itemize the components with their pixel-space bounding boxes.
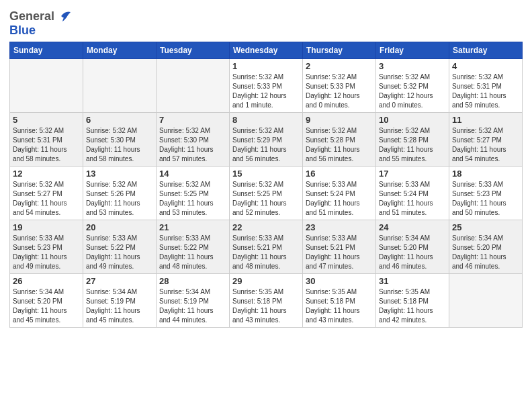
day-number: 25 [452,222,519,232]
weekday-thursday: Thursday [303,42,376,59]
day-number: 4 [452,61,519,71]
day-info: Sunrise: 5:32 AM Sunset: 5:27 PM Dayligh… [13,180,80,218]
day-number: 1 [232,61,300,71]
calendar-cell: 28Sunrise: 5:34 AM Sunset: 5:19 PM Dayli… [157,274,230,328]
day-number: 10 [379,115,446,125]
calendar-cell: 12Sunrise: 5:32 AM Sunset: 5:27 PM Dayli… [10,167,83,220]
day-number: 23 [306,222,373,232]
calendar-cell [83,59,157,113]
calendar-cell: 8Sunrise: 5:32 AM Sunset: 5:29 PM Daylig… [230,113,303,167]
day-info: Sunrise: 5:33 AM Sunset: 5:22 PM Dayligh… [86,234,153,271]
calendar-cell: 9Sunrise: 5:32 AM Sunset: 5:28 PM Daylig… [303,113,376,167]
calendar-cell: 29Sunrise: 5:35 AM Sunset: 5:18 PM Dayli… [230,274,303,328]
day-info: Sunrise: 5:34 AM Sunset: 5:20 PM Dayligh… [13,287,80,325]
day-number: 7 [159,115,226,125]
day-info: Sunrise: 5:33 AM Sunset: 5:21 PM Dayligh… [306,234,373,271]
logo: General Blue [9,9,71,38]
logo-blue-text: Blue [9,24,36,38]
day-info: Sunrise: 5:33 AM Sunset: 5:24 PM Dayligh… [306,180,373,218]
calendar-cell: 7Sunrise: 5:32 AM Sunset: 5:30 PM Daylig… [157,113,230,167]
calendar-cell: 16Sunrise: 5:33 AM Sunset: 5:24 PM Dayli… [303,167,376,220]
calendar-cell: 10Sunrise: 5:32 AM Sunset: 5:28 PM Dayli… [376,113,449,167]
day-info: Sunrise: 5:32 AM Sunset: 5:31 PM Dayligh… [452,73,519,110]
calendar-week-3: 12Sunrise: 5:32 AM Sunset: 5:27 PM Dayli… [10,167,523,220]
day-number: 22 [232,222,300,232]
day-number: 27 [86,276,153,286]
day-number: 21 [159,222,226,232]
calendar-cell: 31Sunrise: 5:35 AM Sunset: 5:18 PM Dayli… [376,274,449,328]
day-number: 18 [452,169,519,179]
calendar-cell: 1Sunrise: 5:32 AM Sunset: 5:33 PM Daylig… [230,59,303,113]
day-number: 9 [306,115,373,125]
day-number: 28 [159,276,226,286]
day-number: 24 [379,222,446,232]
logo-bird-icon [56,9,71,21]
day-info: Sunrise: 5:34 AM Sunset: 5:19 PM Dayligh… [159,287,226,325]
calendar-cell: 4Sunrise: 5:32 AM Sunset: 5:31 PM Daylig… [449,59,523,113]
weekday-wednesday: Wednesday [230,42,303,59]
calendar-cell: 5Sunrise: 5:32 AM Sunset: 5:31 PM Daylig… [10,113,83,167]
calendar-cell: 22Sunrise: 5:33 AM Sunset: 5:21 PM Dayli… [230,220,303,274]
day-info: Sunrise: 5:32 AM Sunset: 5:32 PM Dayligh… [379,73,446,110]
day-info: Sunrise: 5:33 AM Sunset: 5:24 PM Dayligh… [379,180,446,218]
day-number: 30 [306,276,373,286]
day-number: 15 [232,169,300,179]
day-info: Sunrise: 5:34 AM Sunset: 5:20 PM Dayligh… [452,234,519,271]
day-number: 14 [159,169,226,179]
day-number: 20 [86,222,153,232]
day-info: Sunrise: 5:32 AM Sunset: 5:31 PM Dayligh… [13,126,80,164]
calendar-week-5: 26Sunrise: 5:34 AM Sunset: 5:20 PM Dayli… [10,274,523,328]
day-number: 17 [379,169,446,179]
day-info: Sunrise: 5:33 AM Sunset: 5:23 PM Dayligh… [452,180,519,218]
day-info: Sunrise: 5:32 AM Sunset: 5:28 PM Dayligh… [379,126,446,164]
calendar-cell: 25Sunrise: 5:34 AM Sunset: 5:20 PM Dayli… [449,220,523,274]
day-number: 16 [306,169,373,179]
day-number: 11 [452,115,519,125]
calendar-cell [157,59,230,113]
day-info: Sunrise: 5:32 AM Sunset: 5:30 PM Dayligh… [86,126,153,164]
day-number: 5 [13,115,80,125]
logo-general-text: General [9,9,54,24]
day-info: Sunrise: 5:32 AM Sunset: 5:33 PM Dayligh… [306,73,373,110]
day-info: Sunrise: 5:32 AM Sunset: 5:28 PM Dayligh… [306,126,373,164]
day-info: Sunrise: 5:32 AM Sunset: 5:29 PM Dayligh… [232,126,300,164]
day-number: 2 [306,61,373,71]
calendar-cell: 18Sunrise: 5:33 AM Sunset: 5:23 PM Dayli… [449,167,523,220]
day-info: Sunrise: 5:32 AM Sunset: 5:25 PM Dayligh… [159,180,226,218]
calendar-cell: 6Sunrise: 5:32 AM Sunset: 5:30 PM Daylig… [83,113,157,167]
day-number: 3 [379,61,446,71]
day-info: Sunrise: 5:34 AM Sunset: 5:19 PM Dayligh… [86,287,153,325]
calendar-cell: 17Sunrise: 5:33 AM Sunset: 5:24 PM Dayli… [376,167,449,220]
day-number: 26 [13,276,80,286]
day-info: Sunrise: 5:35 AM Sunset: 5:18 PM Dayligh… [232,287,300,325]
calendar-cell: 14Sunrise: 5:32 AM Sunset: 5:25 PM Dayli… [157,167,230,220]
day-number: 19 [13,222,80,232]
day-number: 31 [379,276,446,286]
day-number: 8 [232,115,300,125]
day-number: 12 [13,169,80,179]
weekday-monday: Monday [83,42,157,59]
calendar-cell [10,59,83,113]
day-number: 6 [86,115,153,125]
calendar-cell: 3Sunrise: 5:32 AM Sunset: 5:32 PM Daylig… [376,59,449,113]
day-info: Sunrise: 5:32 AM Sunset: 5:26 PM Dayligh… [86,180,153,218]
calendar-cell: 11Sunrise: 5:32 AM Sunset: 5:27 PM Dayli… [449,113,523,167]
calendar-cell: 26Sunrise: 5:34 AM Sunset: 5:20 PM Dayli… [10,274,83,328]
calendar-cell: 19Sunrise: 5:33 AM Sunset: 5:23 PM Dayli… [10,220,83,274]
weekday-tuesday: Tuesday [157,42,230,59]
calendar-table: SundayMondayTuesdayWednesdayThursdayFrid… [9,42,523,328]
page-header: General Blue [9,7,523,38]
calendar-cell: 15Sunrise: 5:32 AM Sunset: 5:25 PM Dayli… [230,167,303,220]
day-info: Sunrise: 5:33 AM Sunset: 5:21 PM Dayligh… [232,234,300,271]
day-number: 29 [232,276,300,286]
calendar-cell: 13Sunrise: 5:32 AM Sunset: 5:26 PM Dayli… [83,167,157,220]
weekday-saturday: Saturday [449,42,523,59]
day-info: Sunrise: 5:35 AM Sunset: 5:18 PM Dayligh… [379,287,446,325]
day-info: Sunrise: 5:33 AM Sunset: 5:23 PM Dayligh… [13,234,80,271]
calendar-cell: 27Sunrise: 5:34 AM Sunset: 5:19 PM Dayli… [83,274,157,328]
calendar-cell: 2Sunrise: 5:32 AM Sunset: 5:33 PM Daylig… [303,59,376,113]
page-container: General Blue SundayMondayTuesdayWednesda… [0,0,532,332]
calendar-week-2: 5Sunrise: 5:32 AM Sunset: 5:31 PM Daylig… [10,113,523,167]
calendar-cell: 23Sunrise: 5:33 AM Sunset: 5:21 PM Dayli… [303,220,376,274]
calendar-cell: 30Sunrise: 5:35 AM Sunset: 5:18 PM Dayli… [303,274,376,328]
